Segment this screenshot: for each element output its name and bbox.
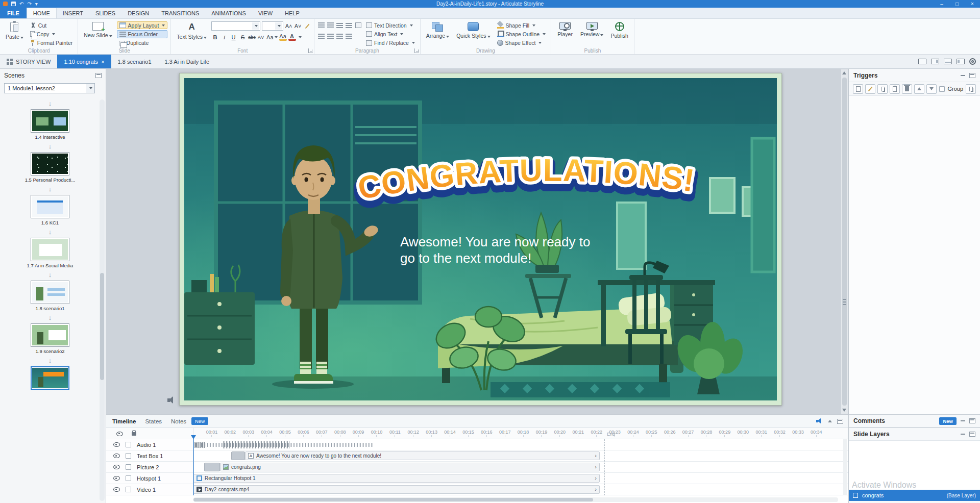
grow-font-button[interactable]: A˄: [285, 22, 292, 30]
shape-effect-button[interactable]: Shape Effect: [495, 39, 548, 47]
subscript-button[interactable]: abc: [248, 33, 256, 41]
bar-expand-icon[interactable]: ›: [595, 487, 597, 492]
timeline-panel-menu-icon[interactable]: [837, 419, 843, 424]
scenes-panel-menu-icon[interactable]: [95, 73, 102, 78]
panel-menu-icon[interactable]: [969, 73, 975, 78]
duplicate-button[interactable]: Duplicate: [117, 39, 168, 47]
scene-dropdown-caret-icon[interactable]: [86, 84, 94, 93]
menu-view[interactable]: VIEW: [252, 8, 279, 18]
tab-story-view[interactable]: STORY VIEW: [0, 55, 57, 68]
eye-icon[interactable]: [113, 442, 120, 447]
slide-thumbnail-1-7[interactable]: [31, 238, 69, 261]
tab-notes[interactable]: Notes: [171, 418, 186, 424]
collapse-icon[interactable]: [961, 75, 965, 76]
textbox-timeline-bar[interactable]: A Awesome! You are now ready to go to th…: [245, 451, 600, 460]
audio-waveform[interactable]: [193, 441, 373, 448]
close-button[interactable]: ×: [965, 0, 980, 8]
paste-trigger-button[interactable]: [890, 84, 900, 94]
find-replace-button[interactable]: Find / Replace: [364, 39, 417, 47]
move-up-button[interactable]: [914, 84, 924, 94]
scenes-scrollbar[interactable]: [100, 99, 105, 501]
numbering-button[interactable]: [327, 21, 334, 29]
timeline-hscrollbar[interactable]: [193, 497, 838, 502]
font-color-caret[interactable]: [299, 36, 302, 38]
align-left-button[interactable]: [317, 32, 325, 40]
tab-timeline[interactable]: Timeline: [112, 418, 136, 424]
menu-help[interactable]: HELP: [279, 8, 306, 18]
decrease-indent-button[interactable]: [336, 21, 344, 29]
bar-expand-icon[interactable]: ›: [595, 464, 597, 470]
undo-icon[interactable]: ↶: [19, 2, 23, 7]
collapse-panel-icon[interactable]: [828, 420, 832, 422]
playhead-handle[interactable]: [191, 435, 196, 439]
character-spacing-button[interactable]: AV: [257, 33, 265, 41]
strikethrough-button[interactable]: S: [239, 33, 247, 41]
view-split-icon[interactable]: [931, 59, 939, 64]
timeline-row-audio[interactable]: Audio 1: [106, 439, 848, 450]
settings-gear-icon[interactable]: [969, 58, 976, 65]
scroll-up-icon[interactable]: [842, 71, 846, 74]
align-right-button[interactable]: [336, 32, 344, 40]
lock-checkbox[interactable]: [126, 487, 131, 492]
font-name-combo[interactable]: [211, 21, 260, 31]
redo-icon[interactable]: ↷: [27, 2, 31, 7]
base-layer-row[interactable]: congrats (Base Layer): [849, 490, 980, 501]
panel-splitter-grip[interactable]: [843, 299, 846, 306]
menu-design[interactable]: DESIGN: [121, 8, 155, 18]
menu-transitions[interactable]: TRANSITIONS: [155, 8, 205, 18]
bold-button[interactable]: B: [211, 33, 219, 41]
slide-thumbnail-1-6[interactable]: [31, 195, 69, 218]
canvas-scrollbar[interactable]: [841, 69, 848, 414]
slide-thumbnail-1-8[interactable]: [31, 281, 69, 304]
slide-thumbnail-1-9[interactable]: [31, 323, 69, 347]
panel-menu-icon[interactable]: [969, 432, 975, 437]
view-left-icon[interactable]: [957, 59, 965, 64]
clear-formatting-button[interactable]: [303, 22, 311, 30]
cut-button[interactable]: Cut: [28, 21, 75, 29]
focus-order-button[interactable]: Focus Order: [117, 30, 168, 38]
tab-1-10-congrats[interactable]: 1.10 congrats ×: [57, 55, 111, 68]
tab-close-icon[interactable]: ×: [101, 59, 104, 65]
delete-trigger-button[interactable]: [902, 84, 912, 94]
menu-slides[interactable]: SLIDES: [89, 8, 121, 18]
picture-timeline-bar[interactable]: congrats.png ›: [220, 463, 600, 471]
font-size-combo[interactable]: [262, 21, 283, 31]
menu-animations[interactable]: ANIMATIONS: [205, 8, 252, 18]
slide-thumbnail-1-10-selected[interactable]: [31, 366, 69, 390]
lock-checkbox[interactable]: [126, 442, 131, 447]
italic-button[interactable]: I: [220, 33, 228, 41]
show-all-eye-icon[interactable]: [116, 432, 123, 436]
justify-button[interactable]: [345, 32, 353, 40]
bullets-button[interactable]: [317, 21, 325, 29]
lock-checkbox[interactable]: [126, 453, 131, 459]
save-icon[interactable]: [11, 2, 16, 6]
timeline-vscrollbar[interactable]: [843, 439, 847, 495]
shape-fill-button[interactable]: Shape Fill: [495, 21, 548, 29]
slide-stage[interactable]: CONGRATULATIONS! CONGRATULATIONS! CONGRA…: [179, 73, 782, 406]
arrange-button[interactable]: Arrange: [424, 20, 452, 47]
view-normal-icon[interactable]: [918, 59, 926, 64]
video-timeline-bar[interactable]: Day2-congrats.mp4 ›: [193, 485, 600, 494]
increase-indent-button[interactable]: [345, 21, 353, 29]
text-styles-button[interactable]: A Text Styles: [174, 20, 209, 47]
timeline-row-video[interactable]: Video 1 Day2-congrats.mp4 ›: [106, 484, 848, 495]
highlight-color-button[interactable]: Aa: [279, 33, 287, 41]
timeline-row-hotspot[interactable]: Hotspot 1 Rectangular Hotspot 1 ›: [106, 473, 848, 484]
player-button[interactable]: Player: [554, 20, 576, 47]
view-bottom-icon[interactable]: [944, 59, 952, 64]
group-options-button[interactable]: [966, 84, 976, 94]
maximize-button[interactable]: □: [949, 0, 965, 8]
tab-states[interactable]: States: [145, 418, 162, 424]
slide-thumbnail-1-4[interactable]: [31, 109, 69, 133]
copy-button[interactable]: Copy: [28, 30, 75, 38]
lock-all-icon[interactable]: [132, 432, 136, 436]
copy-trigger-button[interactable]: [877, 84, 888, 94]
timeline-audio-icon[interactable]: [816, 418, 823, 424]
slide-thumbnail-1-5[interactable]: [31, 152, 69, 175]
change-case-button[interactable]: Aa: [266, 33, 277, 41]
eye-icon[interactable]: [113, 454, 120, 458]
eye-icon[interactable]: [113, 476, 120, 481]
move-down-button[interactable]: [926, 84, 937, 94]
timeline-row-picture[interactable]: Picture 2 congrats.png ›: [106, 462, 848, 473]
align-text-button[interactable]: Align Text: [364, 30, 417, 38]
